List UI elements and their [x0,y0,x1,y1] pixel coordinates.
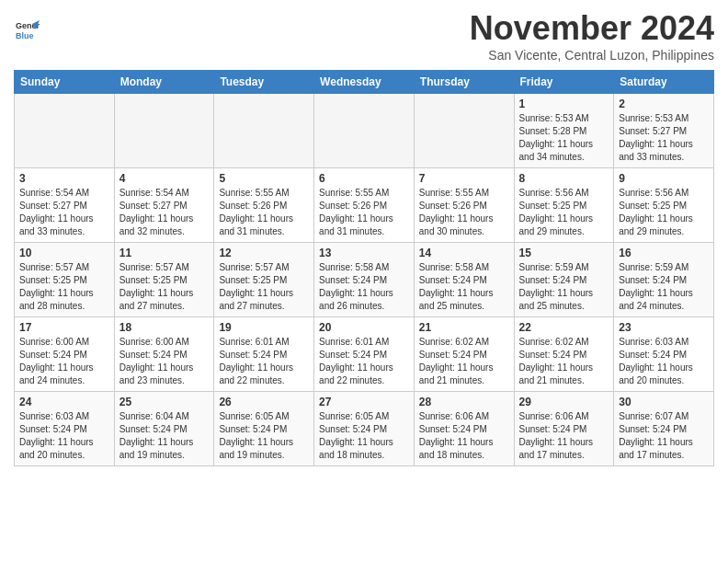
calendar-cell: 30Sunrise: 6:07 AM Sunset: 5:24 PM Dayli… [614,392,714,466]
day-info: Sunrise: 5:59 AM Sunset: 5:24 PM Dayligh… [619,261,709,313]
calendar-cell: 20Sunrise: 6:01 AM Sunset: 5:24 PM Dayli… [314,317,415,392]
day-number: 2 [619,98,709,110]
calendar-cell: 24Sunrise: 6:03 AM Sunset: 5:24 PM Dayli… [15,392,115,466]
calendar-cell: 5Sunrise: 5:55 AM Sunset: 5:26 PM Daylig… [214,168,314,243]
weekday-header: Monday [114,71,214,94]
calendar-cell: 11Sunrise: 5:57 AM Sunset: 5:25 PM Dayli… [114,243,214,317]
day-info: Sunrise: 6:00 AM Sunset: 5:24 PM Dayligh… [119,336,210,387]
page-header: General Blue November 2024 San Vicente, … [14,9,714,63]
day-number: 26 [219,396,309,408]
logo: General Blue [14,17,43,42]
day-info: Sunrise: 6:00 AM Sunset: 5:24 PM Dayligh… [19,336,109,387]
day-info: Sunrise: 6:02 AM Sunset: 5:24 PM Dayligh… [419,336,509,387]
calendar-cell: 25Sunrise: 6:04 AM Sunset: 5:24 PM Dayli… [114,392,214,466]
day-number: 7 [419,172,509,185]
day-info: Sunrise: 5:54 AM Sunset: 5:27 PM Dayligh… [119,187,210,238]
calendar-cell: 3Sunrise: 5:54 AM Sunset: 5:27 PM Daylig… [15,168,115,243]
calendar-cell: 9Sunrise: 5:56 AM Sunset: 5:25 PM Daylig… [614,168,714,243]
calendar-header-row: SundayMondayTuesdayWednesdayThursdayFrid… [15,71,714,94]
day-info: Sunrise: 5:54 AM Sunset: 5:27 PM Dayligh… [19,187,109,238]
calendar-cell [15,94,115,168]
day-info: Sunrise: 6:03 AM Sunset: 5:24 PM Dayligh… [619,336,709,387]
day-info: Sunrise: 5:53 AM Sunset: 5:27 PM Dayligh… [619,112,709,164]
calendar-body: 1Sunrise: 5:53 AM Sunset: 5:28 PM Daylig… [15,94,714,466]
day-number: 13 [319,247,409,259]
day-info: Sunrise: 5:55 AM Sunset: 5:26 PM Dayligh… [419,187,509,238]
calendar-cell [214,94,314,168]
calendar-cell: 28Sunrise: 6:06 AM Sunset: 5:24 PM Dayli… [414,392,514,466]
day-number: 18 [119,321,210,334]
calendar-cell: 6Sunrise: 5:55 AM Sunset: 5:26 PM Daylig… [314,168,415,243]
day-info: Sunrise: 5:57 AM Sunset: 5:25 PM Dayligh… [19,261,109,313]
day-number: 22 [519,321,609,334]
location-subtitle: San Vicente, Central Luzon, Philippines [470,48,714,63]
day-info: Sunrise: 5:53 AM Sunset: 5:28 PM Dayligh… [519,112,609,164]
day-number: 15 [519,247,609,259]
calendar-cell: 8Sunrise: 5:56 AM Sunset: 5:25 PM Daylig… [514,168,614,243]
day-info: Sunrise: 5:57 AM Sunset: 5:25 PM Dayligh… [219,261,309,313]
day-number: 21 [419,321,509,334]
day-number: 6 [319,172,409,185]
calendar-cell: 7Sunrise: 5:55 AM Sunset: 5:26 PM Daylig… [414,168,514,243]
day-number: 19 [219,321,309,334]
day-number: 17 [19,321,109,334]
weekday-header: Sunday [15,71,115,94]
day-number: 28 [419,396,509,408]
day-info: Sunrise: 6:05 AM Sunset: 5:24 PM Dayligh… [319,410,409,462]
day-number: 11 [119,247,210,259]
day-number: 9 [619,172,709,185]
day-info: Sunrise: 6:01 AM Sunset: 5:24 PM Dayligh… [219,336,309,387]
calendar-week-row: 17Sunrise: 6:00 AM Sunset: 5:24 PM Dayli… [15,317,714,392]
calendar-cell: 27Sunrise: 6:05 AM Sunset: 5:24 PM Dayli… [314,392,415,466]
calendar-cell: 29Sunrise: 6:06 AM Sunset: 5:24 PM Dayli… [514,392,614,466]
weekday-header: Friday [514,71,614,94]
calendar-cell [314,94,415,168]
day-info: Sunrise: 6:04 AM Sunset: 5:24 PM Dayligh… [119,410,210,462]
calendar-cell [114,94,214,168]
calendar-cell: 15Sunrise: 5:59 AM Sunset: 5:24 PM Dayli… [514,243,614,317]
day-number: 10 [19,247,109,259]
weekday-header: Thursday [414,71,514,94]
calendar-cell: 10Sunrise: 5:57 AM Sunset: 5:25 PM Dayli… [15,243,115,317]
day-info: Sunrise: 5:59 AM Sunset: 5:24 PM Dayligh… [519,261,609,313]
calendar-cell: 13Sunrise: 5:58 AM Sunset: 5:24 PM Dayli… [314,243,415,317]
calendar-table: SundayMondayTuesdayWednesdayThursdayFrid… [14,70,714,466]
day-info: Sunrise: 5:58 AM Sunset: 5:24 PM Dayligh… [419,261,509,313]
calendar-cell [414,94,514,168]
calendar-cell: 4Sunrise: 5:54 AM Sunset: 5:27 PM Daylig… [114,168,214,243]
day-number: 25 [119,396,210,408]
day-info: Sunrise: 6:06 AM Sunset: 5:24 PM Dayligh… [419,410,509,462]
weekday-header: Wednesday [314,71,415,94]
day-info: Sunrise: 5:56 AM Sunset: 5:25 PM Dayligh… [519,187,609,238]
calendar-cell: 16Sunrise: 5:59 AM Sunset: 5:24 PM Dayli… [614,243,714,317]
calendar-week-row: 1Sunrise: 5:53 AM Sunset: 5:28 PM Daylig… [15,94,714,168]
day-number: 3 [19,172,109,185]
weekday-header: Tuesday [214,71,314,94]
day-number: 8 [519,172,609,185]
calendar-cell: 19Sunrise: 6:01 AM Sunset: 5:24 PM Dayli… [214,317,314,392]
title-section: November 2024 San Vicente, Central Luzon… [470,9,714,63]
day-info: Sunrise: 6:02 AM Sunset: 5:24 PM Dayligh… [519,336,609,387]
day-number: 1 [519,98,609,110]
calendar-week-row: 24Sunrise: 6:03 AM Sunset: 5:24 PM Dayli… [15,392,714,466]
day-info: Sunrise: 6:06 AM Sunset: 5:24 PM Dayligh… [519,410,609,462]
day-info: Sunrise: 5:56 AM Sunset: 5:25 PM Dayligh… [619,187,709,238]
day-number: 30 [619,396,709,408]
day-info: Sunrise: 6:01 AM Sunset: 5:24 PM Dayligh… [319,336,409,387]
calendar-cell: 18Sunrise: 6:00 AM Sunset: 5:24 PM Dayli… [114,317,214,392]
weekday-header: Saturday [614,71,714,94]
calendar-cell: 21Sunrise: 6:02 AM Sunset: 5:24 PM Dayli… [414,317,514,392]
calendar-cell: 22Sunrise: 6:02 AM Sunset: 5:24 PM Dayli… [514,317,614,392]
calendar-cell: 1Sunrise: 5:53 AM Sunset: 5:28 PM Daylig… [514,94,614,168]
calendar-cell: 12Sunrise: 5:57 AM Sunset: 5:25 PM Dayli… [214,243,314,317]
day-number: 4 [119,172,210,185]
day-info: Sunrise: 5:55 AM Sunset: 5:26 PM Dayligh… [219,187,309,238]
svg-text:Blue: Blue [16,31,34,40]
calendar-cell: 23Sunrise: 6:03 AM Sunset: 5:24 PM Dayli… [614,317,714,392]
day-number: 5 [219,172,309,185]
day-number: 24 [19,396,109,408]
day-info: Sunrise: 5:58 AM Sunset: 5:24 PM Dayligh… [319,261,409,313]
calendar-cell: 14Sunrise: 5:58 AM Sunset: 5:24 PM Dayli… [414,243,514,317]
calendar-week-row: 10Sunrise: 5:57 AM Sunset: 5:25 PM Dayli… [15,243,714,317]
day-number: 16 [619,247,709,259]
